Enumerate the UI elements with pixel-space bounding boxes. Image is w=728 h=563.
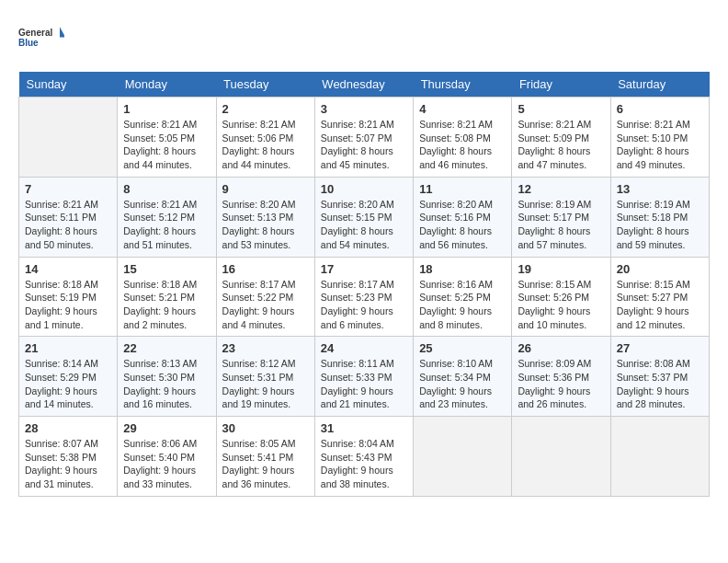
day-detail: Sunrise: 8:21 AMSunset: 5:09 PMDaylight:…	[518, 118, 604, 172]
day-detail: Sunrise: 8:09 AMSunset: 5:36 PMDaylight:…	[518, 357, 604, 411]
day-detail: Sunrise: 8:21 AMSunset: 5:10 PMDaylight:…	[617, 118, 703, 172]
day-number: 10	[321, 182, 407, 196]
day-number: 6	[617, 102, 703, 116]
calendar-cell: 28Sunrise: 8:07 AMSunset: 5:38 PMDayligh…	[19, 417, 118, 497]
day-number: 12	[518, 182, 604, 196]
day-number: 4	[419, 102, 506, 116]
day-number: 25	[419, 341, 506, 355]
svg-text:Blue: Blue	[18, 38, 39, 48]
calendar-cell: 2Sunrise: 8:21 AMSunset: 5:06 PMDaylight…	[216, 98, 314, 178]
week-row-5: 28Sunrise: 8:07 AMSunset: 5:38 PMDayligh…	[19, 417, 710, 497]
day-number: 31	[321, 421, 407, 435]
week-row-3: 14Sunrise: 8:18 AMSunset: 5:19 PMDayligh…	[19, 257, 710, 337]
day-detail: Sunrise: 8:21 AMSunset: 5:05 PMDaylight:…	[123, 118, 210, 172]
day-detail: Sunrise: 8:19 AMSunset: 5:18 PMDaylight:…	[617, 198, 703, 252]
calendar-cell	[19, 98, 118, 178]
header-tuesday: Tuesday	[216, 72, 314, 98]
week-row-1: 1Sunrise: 8:21 AMSunset: 5:05 PMDaylight…	[19, 98, 710, 178]
day-detail: Sunrise: 8:08 AMSunset: 5:37 PMDaylight:…	[617, 357, 703, 411]
day-number: 9	[222, 182, 309, 196]
day-detail: Sunrise: 8:13 AMSunset: 5:30 PMDaylight:…	[123, 357, 210, 411]
header-thursday: Thursday	[414, 72, 512, 98]
day-detail: Sunrise: 8:18 AMSunset: 5:21 PMDaylight:…	[123, 278, 210, 332]
calendar-cell: 29Sunrise: 8:06 AMSunset: 5:40 PMDayligh…	[118, 417, 216, 497]
day-detail: Sunrise: 8:11 AMSunset: 5:33 PMDaylight:…	[321, 357, 407, 411]
day-number: 15	[123, 262, 210, 276]
calendar-cell: 31Sunrise: 8:04 AMSunset: 5:43 PMDayligh…	[314, 417, 413, 497]
day-number: 11	[419, 182, 506, 196]
day-number: 19	[518, 262, 604, 276]
header-sunday: Sunday	[19, 72, 118, 98]
calendar-cell: 19Sunrise: 8:15 AMSunset: 5:26 PMDayligh…	[512, 257, 610, 337]
svg-marker-2	[60, 27, 64, 37]
day-number: 5	[518, 102, 604, 116]
day-number: 1	[123, 102, 210, 116]
day-detail: Sunrise: 8:10 AMSunset: 5:34 PMDaylight:…	[419, 357, 506, 411]
day-number: 18	[419, 262, 506, 276]
calendar-cell: 26Sunrise: 8:09 AMSunset: 5:36 PMDayligh…	[512, 337, 610, 417]
day-number: 3	[321, 102, 407, 116]
day-number: 16	[222, 262, 309, 276]
calendar-cell: 17Sunrise: 8:17 AMSunset: 5:23 PMDayligh…	[314, 257, 413, 337]
calendar-cell: 18Sunrise: 8:16 AMSunset: 5:25 PMDayligh…	[414, 257, 512, 337]
calendar-cell: 13Sunrise: 8:19 AMSunset: 5:18 PMDayligh…	[610, 177, 709, 257]
day-number: 30	[222, 421, 309, 435]
calendar-cell: 23Sunrise: 8:12 AMSunset: 5:31 PMDayligh…	[216, 337, 314, 417]
calendar-cell: 12Sunrise: 8:19 AMSunset: 5:17 PMDayligh…	[512, 177, 610, 257]
calendar-cell: 21Sunrise: 8:14 AMSunset: 5:29 PMDayligh…	[19, 337, 118, 417]
day-detail: Sunrise: 8:21 AMSunset: 5:11 PMDaylight:…	[25, 198, 111, 252]
day-number: 14	[25, 262, 111, 276]
header-wednesday: Wednesday	[314, 72, 413, 98]
day-detail: Sunrise: 8:12 AMSunset: 5:31 PMDaylight:…	[222, 357, 309, 411]
day-number: 2	[222, 102, 309, 116]
calendar-cell: 27Sunrise: 8:08 AMSunset: 5:37 PMDayligh…	[610, 337, 709, 417]
day-detail: Sunrise: 8:20 AMSunset: 5:15 PMDaylight:…	[321, 198, 407, 252]
week-row-4: 21Sunrise: 8:14 AMSunset: 5:29 PMDayligh…	[19, 337, 710, 417]
day-detail: Sunrise: 8:16 AMSunset: 5:25 PMDaylight:…	[419, 278, 506, 332]
day-detail: Sunrise: 8:05 AMSunset: 5:41 PMDaylight:…	[222, 437, 309, 491]
day-number: 24	[321, 341, 407, 355]
day-detail: Sunrise: 8:20 AMSunset: 5:16 PMDaylight:…	[419, 198, 506, 252]
svg-text:General: General	[18, 28, 52, 38]
day-number: 27	[617, 341, 703, 355]
day-detail: Sunrise: 8:21 AMSunset: 5:12 PMDaylight:…	[123, 198, 210, 252]
calendar-cell: 6Sunrise: 8:21 AMSunset: 5:10 PMDaylight…	[610, 98, 709, 178]
calendar-cell: 10Sunrise: 8:20 AMSunset: 5:15 PMDayligh…	[314, 177, 413, 257]
calendar-cell: 1Sunrise: 8:21 AMSunset: 5:05 PMDaylight…	[118, 98, 216, 178]
calendar-cell	[610, 417, 709, 497]
day-number: 21	[25, 341, 111, 355]
logo-svg: General Blue	[18, 18, 64, 57]
day-detail: Sunrise: 8:17 AMSunset: 5:22 PMDaylight:…	[222, 278, 309, 332]
calendar-cell: 14Sunrise: 8:18 AMSunset: 5:19 PMDayligh…	[19, 257, 118, 337]
calendar-cell: 9Sunrise: 8:20 AMSunset: 5:13 PMDaylight…	[216, 177, 314, 257]
calendar-cell: 8Sunrise: 8:21 AMSunset: 5:12 PMDaylight…	[118, 177, 216, 257]
day-detail: Sunrise: 8:14 AMSunset: 5:29 PMDaylight:…	[25, 357, 111, 411]
day-number: 20	[617, 262, 703, 276]
day-detail: Sunrise: 8:21 AMSunset: 5:07 PMDaylight:…	[321, 118, 407, 172]
day-number: 7	[25, 182, 111, 196]
header-saturday: Saturday	[610, 72, 709, 98]
logo: General Blue	[18, 18, 64, 57]
day-number: 13	[617, 182, 703, 196]
calendar-cell: 24Sunrise: 8:11 AMSunset: 5:33 PMDayligh…	[314, 337, 413, 417]
day-detail: Sunrise: 8:17 AMSunset: 5:23 PMDaylight:…	[321, 278, 407, 332]
calendar-cell	[414, 417, 512, 497]
calendar-cell: 15Sunrise: 8:18 AMSunset: 5:21 PMDayligh…	[118, 257, 216, 337]
calendar-body: 1Sunrise: 8:21 AMSunset: 5:05 PMDaylight…	[19, 98, 710, 497]
day-number: 8	[123, 182, 210, 196]
calendar-cell: 20Sunrise: 8:15 AMSunset: 5:27 PMDayligh…	[610, 257, 709, 337]
calendar-cell: 22Sunrise: 8:13 AMSunset: 5:30 PMDayligh…	[118, 337, 216, 417]
day-detail: Sunrise: 8:06 AMSunset: 5:40 PMDaylight:…	[123, 437, 210, 491]
day-detail: Sunrise: 8:15 AMSunset: 5:27 PMDaylight:…	[617, 278, 703, 332]
day-number: 28	[25, 421, 111, 435]
day-detail: Sunrise: 8:18 AMSunset: 5:19 PMDaylight:…	[25, 278, 111, 332]
calendar-cell: 5Sunrise: 8:21 AMSunset: 5:09 PMDaylight…	[512, 98, 610, 178]
calendar-cell: 16Sunrise: 8:17 AMSunset: 5:22 PMDayligh…	[216, 257, 314, 337]
calendar-cell: 7Sunrise: 8:21 AMSunset: 5:11 PMDaylight…	[19, 177, 118, 257]
day-detail: Sunrise: 8:20 AMSunset: 5:13 PMDaylight:…	[222, 198, 309, 252]
day-number: 22	[123, 341, 210, 355]
header-friday: Friday	[512, 72, 610, 98]
day-detail: Sunrise: 8:21 AMSunset: 5:06 PMDaylight:…	[222, 118, 309, 172]
calendar-cell: 3Sunrise: 8:21 AMSunset: 5:07 PMDaylight…	[314, 98, 413, 178]
day-number: 26	[518, 341, 604, 355]
